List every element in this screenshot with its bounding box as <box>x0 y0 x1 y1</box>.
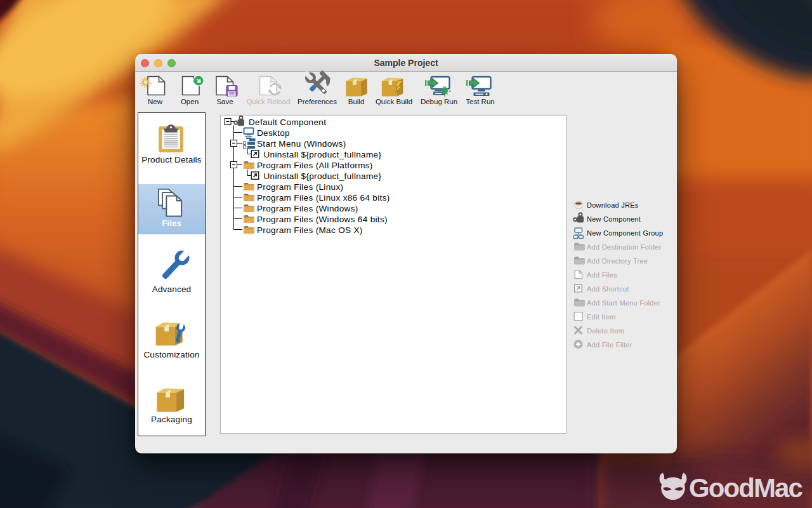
svg-text:GoodMac: GoodMac <box>689 473 803 503</box>
